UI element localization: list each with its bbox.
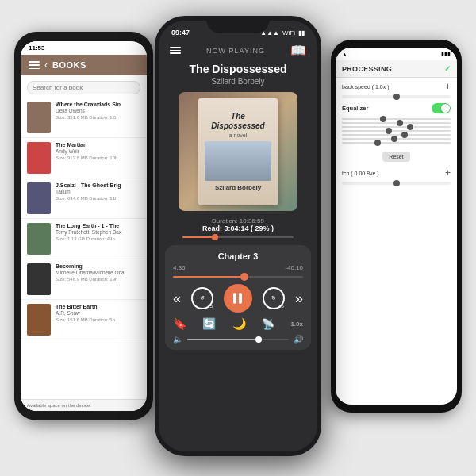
album-title: TheDispossessed <box>211 112 264 131</box>
book-cover <box>27 304 51 336</box>
reset-button[interactable]: Reset <box>382 152 409 162</box>
search-input[interactable] <box>27 81 140 94</box>
book-info: The Long Earth - 1 - The Terry Pratchett… <box>56 223 140 241</box>
book-icon[interactable]: 📖 <box>290 43 306 58</box>
book-title: The Long Earth - 1 - The <box>56 223 140 229</box>
book-info: Where the Crawdads Sin Delia Owens Size:… <box>56 102 140 120</box>
book-list: Where the Crawdads Sin Delia Owens Size:… <box>21 98 147 340</box>
pause-button[interactable] <box>224 284 252 313</box>
right-screen: ▲ ▮▮▮ PROCESSING ✓ back speed ( 1.0x ) +… <box>336 48 457 405</box>
duration-info: Duration: 10:36:59 Read: 3:04:14 ( 29% ) <box>159 217 317 232</box>
book-info: Becoming Michelle Obama/Michelle Oba Siz… <box>56 263 140 282</box>
list-item[interactable]: J.Scalzi - The Ghost Brig Tallum Size: 6… <box>21 178 147 219</box>
equalizer-label: Equalizer <box>342 105 368 112</box>
pitch-plus[interactable]: + <box>445 167 451 178</box>
time-elapsed: 4:36 <box>173 264 186 271</box>
album-image-bg <box>205 141 271 181</box>
right-phone: ▲ ▮▮▮ PROCESSING ✓ back speed ( 1.0x ) +… <box>331 40 462 413</box>
speed-button[interactable]: 1.0x <box>290 321 303 328</box>
list-item[interactable]: Where the Crawdads Sin Delia Owens Size:… <box>21 98 147 138</box>
book-info: The Martian Andy Weir Size: 313.8 MB Dur… <box>56 142 140 160</box>
album-author: Szilárd Borbély <box>215 184 261 191</box>
list-item[interactable]: Becoming Michelle Obama/Michelle Oba Siz… <box>21 259 147 300</box>
right-header: PROCESSING ✓ <box>336 60 457 78</box>
book-author: A.R. Shaw <box>56 310 140 317</box>
repeat-button[interactable]: 🔄 <box>202 317 216 330</box>
left-phone: 11:53 ‹ BOOKS Where the Crawdads Sin Del… <box>14 32 153 420</box>
book-cover <box>27 102 51 133</box>
skip-forward-15-button[interactable]: ↻ 15 <box>263 287 285 309</box>
check-icon[interactable]: ✓ <box>444 64 451 73</box>
book-title: The Martian <box>56 142 140 148</box>
back-arrow[interactable]: ‹ <box>44 60 48 71</box>
menu-icon[interactable] <box>29 61 40 69</box>
duration-label: Duration: 10:36:59 <box>159 217 317 225</box>
speed-plus[interactable]: + <box>445 81 451 92</box>
volume-control: 🔈 🔊 <box>173 335 303 344</box>
equalizer-toggle[interactable] <box>432 103 451 113</box>
hamburger-icon[interactable] <box>170 47 181 54</box>
wifi-icon: ▲ <box>342 52 347 57</box>
left-screen: 11:53 ‹ BOOKS Where the Crawdads Sin Del… <box>21 41 147 411</box>
book-meta: Size: 548.9 MB Duration: 19h <box>56 277 140 282</box>
chapter-slider[interactable] <box>173 276 303 278</box>
bookmark-button[interactable]: 🔖 <box>173 317 186 330</box>
search-bar <box>21 75 147 98</box>
now-playing-label: NOW PLAYING <box>181 47 290 55</box>
book-author: Tallum <box>56 189 140 195</box>
battery-icon: ▮▮ <box>298 29 305 36</box>
skip-back-15-button[interactable]: ↺ 15 <box>191 287 213 309</box>
book-info: The Bitter Earth A.R. Shaw Size: 151.6 M… <box>56 304 140 322</box>
book-author: Terry Pratchett, Stephen Bax <box>56 229 140 236</box>
chapter-title: Chapter 3 <box>173 251 303 261</box>
rewind-button[interactable]: « <box>173 290 181 307</box>
moon-button[interactable]: 🌙 <box>232 317 246 330</box>
eq-section <box>336 115 457 149</box>
book-cover <box>27 223 51 255</box>
book-author: Michelle Obama/Michelle Oba <box>56 270 140 276</box>
pitch-label: tch ( 0.00 8ve ) <box>342 171 379 176</box>
book-cover <box>27 182 51 214</box>
book-meta: Size: 151.6 MB Duration: 5h <box>56 317 140 322</box>
airplay-button[interactable]: 📡 <box>262 318 274 330</box>
playback-controls: « ↺ 15 ↻ 15 » <box>173 284 303 313</box>
book-meta: Size: 313.8 MB Duration: 10h <box>56 155 140 160</box>
book-cover <box>27 263 51 295</box>
book-title: J.Scalzi - The Ghost Brig <box>56 182 140 189</box>
book-meta: Size: 351.6 MB Duration: 12h <box>56 115 140 120</box>
book-title: The Bitter Earth <box>56 304 140 310</box>
book-author: Delia Owens <box>56 108 140 114</box>
book-meta: Size: 1.13 GB Duration: 49h <box>56 236 140 241</box>
right-status-bar: ▲ ▮▮▮ <box>336 48 457 60</box>
volume-slider[interactable] <box>187 339 289 340</box>
speed-label: back speed ( 1.0x ) <box>342 84 390 90</box>
album-art: TheDispossessed a novel Szilárd Borbély <box>178 92 298 211</box>
main-progress-bar[interactable] <box>182 236 294 238</box>
left-header-title: BOOKS <box>52 60 86 70</box>
center-screen: 09:47 ▲▲▲ WiFi ▮▮ NOW PLAYING 📖 The Disp… <box>159 21 317 451</box>
list-item[interactable]: The Long Earth - 1 - The Terry Pratchett… <box>21 219 147 259</box>
wifi-icon: WiFi <box>282 29 295 36</box>
right-header-title: PROCESSING <box>342 65 392 73</box>
list-item[interactable]: The Martian Andy Weir Size: 313.8 MB Dur… <box>21 138 147 178</box>
left-top-bar: ‹ BOOKS <box>21 55 147 75</box>
chapter-panel: Chapter 3 4:36 -40:10 « ↺ 15 <box>165 245 311 350</box>
book-title: Where the Crawdads Sin <box>56 102 140 108</box>
list-item[interactable]: The Bitter Earth A.R. Shaw Size: 151.6 M… <box>21 300 147 340</box>
read-label: Read: 3:04:14 ( 29% ) <box>159 225 317 232</box>
volume-high-icon: 🔊 <box>294 335 303 344</box>
secondary-controls: 🔖 🔄 🌙 📡 1.0x <box>173 317 303 330</box>
book-author: Andy Weir <box>56 148 140 155</box>
left-status-bar: 11:53 <box>21 41 147 55</box>
book-title-center: The Dispossessed <box>159 63 317 75</box>
album-art-inner: TheDispossessed a novel Szilárd Borbély <box>198 98 278 205</box>
book-author-center: Szilard Borbely <box>159 77 317 86</box>
center-header: NOW PLAYING 📖 <box>159 40 317 63</box>
book-info: J.Scalzi - The Ghost Brig Tallum Size: 6… <box>56 182 140 201</box>
album-subtitle: a novel <box>229 132 248 138</box>
center-time: 09:47 <box>171 29 190 36</box>
notch <box>206 16 270 33</box>
battery-icon: ▮▮▮ <box>441 51 451 57</box>
center-phone: 09:47 ▲▲▲ WiFi ▮▮ NOW PLAYING 📖 The Disp… <box>155 16 321 456</box>
fast-forward-button[interactable]: » <box>295 290 303 307</box>
